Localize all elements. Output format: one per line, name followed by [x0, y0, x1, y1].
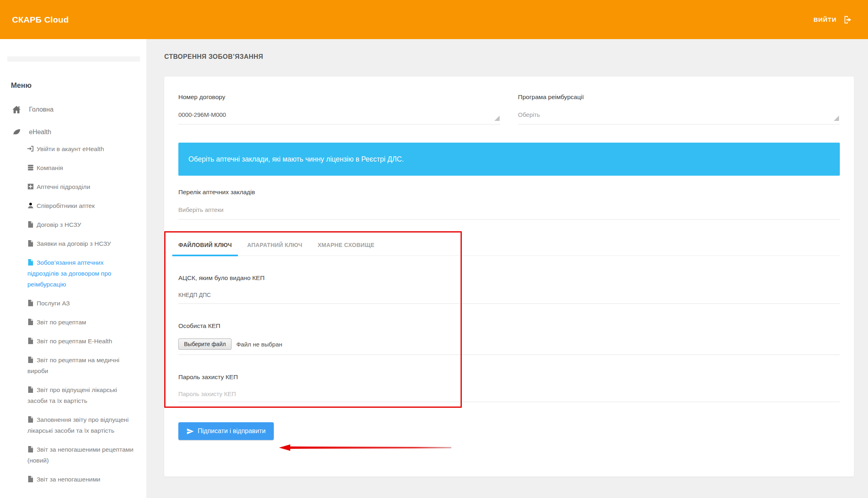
sidebar-item-ehealth[interactable]: eHealth	[0, 121, 139, 143]
sidebar-item-login-ehealth[interactable]: Увійти в акаунт eHealth	[0, 143, 139, 154]
sidebar-menu-title: Меню	[11, 82, 139, 89]
sidebar-item-fill-dispensed-drugs-report[interactable]: Заповнення звіту про відпущені лікарські…	[0, 414, 139, 436]
annotation-rectangle	[164, 231, 462, 408]
reimbursement-program-select[interactable]: Оберіть	[518, 111, 840, 124]
sidebar-item-reimbursement-obligations[interactable]: Зобов’язання аптечних підрозділів за дог…	[0, 257, 139, 290]
sidebar-item-pharmacy-units[interactable]: Аптечні підрозділи	[0, 181, 139, 192]
dropdown-triangle-icon	[494, 116, 500, 121]
file-icon	[27, 300, 34, 306]
home-icon	[12, 105, 21, 114]
tab-cloud-storage[interactable]: ХМАРНЕ СХОВИЩЕ	[312, 242, 380, 255]
pharmacies-multiselect[interactable]: Виберіть аптеки	[178, 206, 840, 220]
sidebar-item-medical-devices-report[interactable]: Звіт по рецептам на медичні вироби	[0, 355, 139, 376]
file-icon	[27, 240, 34, 247]
logout-label: ВИЙТИ	[814, 16, 837, 23]
main-content: СТВОРЕННЯ ЗОБОВ’ЯЗАННЯ Номер договору 00…	[147, 39, 868, 498]
contract-number-label: Номер договору	[178, 93, 500, 101]
acsk-label: АЦСК, яким було видано КЕП	[178, 274, 840, 282]
brand: СКАРБ Cloud	[12, 15, 69, 25]
file-icon	[27, 476, 34, 482]
user-icon	[27, 202, 34, 209]
reimbursement-program-placeholder: Оберіть	[518, 111, 540, 118]
database-icon	[27, 164, 34, 171]
sidebar-item-home[interactable]: Головна	[0, 98, 139, 121]
sidebar-item-nszu-contract-requests[interactable]: Заявки на договір з НСЗУ	[0, 238, 139, 249]
page-title: СТВОРЕННЯ ЗОБОВ’ЯЗАННЯ	[164, 53, 854, 60]
form-card: Номер договору 0000-296M-M000 Програма р…	[164, 77, 854, 477]
sidebar-item-dispensed-drugs-report[interactable]: Звіт про відпущені лікарські засоби та ї…	[0, 384, 139, 406]
annotation-arrow-icon	[279, 444, 451, 451]
pharmacies-list-label: Перелік аптечних закладів	[178, 189, 840, 196]
paper-plane-icon	[186, 427, 194, 435]
kep-password-label: Пароль захисту КЕП	[178, 374, 840, 381]
key-type-tabs: ФАЙЛОВИЙ КЛЮЧ АПАРАТНИЙ КЛЮЧ ХМАРНЕ СХОВ…	[172, 242, 840, 256]
contract-number-value: 0000-296M-M000	[178, 111, 226, 118]
sidebar-item-prescription-report[interactable]: Звіт по рецептам	[0, 317, 139, 328]
file-icon	[27, 416, 34, 423]
tab-hardware-key[interactable]: АПАРАТНИЙ КЛЮЧ	[241, 242, 308, 255]
sidebar-item-pharmacy-staff[interactable]: Співробітники аптек	[0, 200, 139, 211]
file-status-text: Файл не выбран	[236, 341, 282, 348]
sign-out-icon	[843, 15, 852, 24]
sign-and-send-label: Підписати і відправити	[198, 427, 266, 435]
dropdown-triangle-icon	[834, 116, 839, 121]
reimbursement-program-label: Програма реімбурсації	[518, 93, 840, 101]
logout-button[interactable]: ВИЙТИ	[814, 15, 852, 24]
sidebar-item-unredeemed-report[interactable]: Звіт за непогашеними	[0, 474, 139, 485]
file-icon	[27, 386, 34, 393]
key-file-row: Выберите файл Файл не выбран	[178, 338, 840, 355]
file-icon	[27, 446, 34, 452]
kep-password-field	[178, 390, 840, 402]
file-icon	[27, 319, 34, 325]
file-icon	[27, 357, 34, 363]
info-banner: Оберіть аптечні заклади, які мають чинну…	[178, 143, 840, 176]
sidebar-nav: Головна eHealth Увійти в акаунт eHealth …	[0, 98, 139, 485]
acsk-value[interactable]: КНЕДП ДПС	[178, 291, 840, 304]
plus-square-icon	[27, 183, 34, 190]
sidebar-item-label: Головна	[29, 106, 54, 113]
contract-number-select[interactable]: 0000-296M-M000	[178, 111, 500, 124]
sidebar-item-label: eHealth	[29, 129, 51, 136]
file-icon	[27, 338, 34, 344]
file-icon	[27, 221, 34, 228]
choose-file-button[interactable]: Выберите файл	[178, 338, 231, 350]
file-icon	[27, 259, 34, 266]
sidebar-placeholder-bar	[7, 56, 140, 62]
tab-file-key[interactable]: ФАЙЛОВИЙ КЛЮЧ	[172, 242, 238, 255]
sign-and-send-button[interactable]: Підписати і відправити	[178, 422, 274, 440]
sign-in-icon	[27, 145, 34, 152]
sidebar-item-prescription-report-ehealth[interactable]: Звіт по рецептам E-Health	[0, 336, 139, 347]
leaf-icon	[12, 128, 21, 137]
sidebar-item-nszu-contract[interactable]: Договір з НСЗУ	[0, 219, 139, 230]
personal-key-label: Особиста КЕП	[178, 322, 840, 330]
kep-password-input[interactable]	[178, 390, 840, 397]
sidebar-item-az-services[interactable]: Послуги АЗ	[0, 298, 139, 309]
sidebar-item-unredeemed-prescriptions-report-new[interactable]: Звіт за непогашеними рецептами (новий)	[0, 444, 139, 466]
sidebar-item-company[interactable]: Компанія	[0, 162, 139, 173]
pharmacies-placeholder: Виберіть аптеки	[178, 206, 223, 213]
sidebar: Меню Головна eHealth Увійти в акаунт eHe…	[0, 39, 147, 498]
app-header: СКАРБ Cloud ВИЙТИ	[0, 0, 868, 39]
